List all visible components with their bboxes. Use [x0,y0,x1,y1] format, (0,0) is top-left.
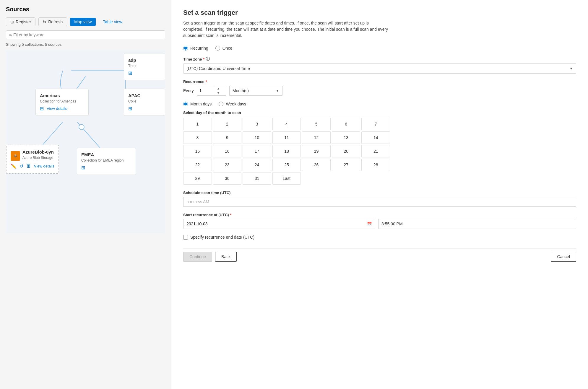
recurrence-field: Recurrence * Every 1 ▲ ▼ Day(s)Week(s)Mo… [183,79,576,96]
calendar-day-9[interactable]: 9 [213,131,242,144]
americas-title: Americas [40,93,84,98]
recurrence-every-input: 1 ▲ ▼ [197,86,226,96]
americas-grid-icon: ⊞ [40,106,44,111]
end-date-checkbox-label[interactable]: Specify recurrence end date (UTC) [183,235,576,240]
calendar-day-1[interactable]: 1 [183,118,212,130]
calendar-label: Select day of the month to scan [183,110,576,115]
calendar-grid: 1234567891011121314151617181920212223242… [183,118,390,185]
azure-title: AzureBlob-6yn [22,149,54,154]
calendar-day-24[interactable]: 24 [243,159,271,171]
calendar-day-19[interactable]: 19 [302,145,331,157]
month-days-radio[interactable] [183,102,188,106]
table-view-button[interactable]: Table view [99,18,126,26]
register-icon: ⊞ [10,19,14,24]
calendar-day-20[interactable]: 20 [332,145,360,157]
edit-icon[interactable]: ✏️ [11,163,17,169]
schedule-time-input[interactable] [183,197,576,207]
filter-icon: ⌾ [9,32,12,37]
azure-view-details[interactable]: View details [34,164,54,168]
map-view-button[interactable]: Map view [70,18,96,26]
calendar-day-2[interactable]: 2 [213,118,242,130]
week-days-option[interactable]: Week days [219,102,246,106]
calendar-day-14[interactable]: 14 [361,131,390,144]
azure-subtitle: Azure Blob Storage [22,156,54,160]
azure-blob-icon: 📦 [11,151,20,161]
card-adp: adp The r ⊞ [124,53,165,80]
calendar-day-26[interactable]: 26 [302,159,331,171]
recurrence-required: * [206,79,207,84]
week-days-label: Week days [226,102,246,106]
once-label: Once [222,46,232,51]
recurring-option[interactable]: Recurring [183,46,208,51]
calendar-day-23[interactable]: 23 [213,159,242,171]
calendar-day-11[interactable]: 11 [272,131,301,144]
calendar-day-21[interactable]: 21 [361,145,390,157]
recurrence-label: Recurrence [183,79,204,84]
calendar-day-4[interactable]: 4 [272,118,301,130]
day-type-group: Month days Week days [183,102,576,106]
end-date-label: Specify recurrence end date (UTC) [190,235,254,240]
refresh-icon: ↻ [43,19,46,24]
footer-actions: Continue Back Cancel [183,248,576,262]
week-days-radio[interactable] [219,102,223,106]
page-title: Sources [6,6,165,13]
calendar-day-15[interactable]: 15 [183,145,212,157]
cancel-button[interactable]: Cancel [551,252,576,262]
calendar-day-5[interactable]: 5 [302,118,331,130]
calendar-day-22[interactable]: 22 [183,159,212,171]
calendar-day-27[interactable]: 27 [332,159,360,171]
filter-input-wrapper: ⌾ [6,30,165,39]
calendar-day-13[interactable]: 13 [332,131,360,144]
start-time-input[interactable]: 3:55:00 PM [378,219,576,229]
calendar-day-7[interactable]: 7 [361,118,390,130]
calendar-day-25[interactable]: 25 [272,159,301,171]
register-button[interactable]: ⊞ Register [6,17,35,26]
calendar-day-8[interactable]: 8 [183,131,212,144]
calendar-day-10[interactable]: 10 [243,131,271,144]
recurring-radio[interactable] [183,46,188,51]
filter-input[interactable] [13,32,162,37]
apac-subtitle: Colle [128,99,161,103]
calendar-day-12[interactable]: 12 [302,131,331,144]
back-button[interactable]: Back [215,252,237,262]
continue-button[interactable]: Continue [183,252,212,262]
panel-description: Set a scan trigger to run the scan at sp… [183,20,390,39]
calendar-day-last[interactable]: Last [272,172,301,185]
calendar-day-17[interactable]: 17 [243,145,271,157]
calendar-day-3[interactable]: 3 [243,118,271,130]
americas-actions: ⊞ View details [40,106,84,111]
card-azure: 📦 AzureBlob-6yn Azure Blob Storage ✏️ ↺ … [6,145,59,174]
calendar-day-29[interactable]: 29 [183,172,212,185]
collapse-button[interactable]: − [79,124,85,130]
refresh-button[interactable]: ↻ Refresh [38,17,67,26]
calendar-day-28[interactable]: 28 [361,159,390,171]
spin-down-button[interactable]: ▼ [215,91,222,95]
scan-icon[interactable]: ↺ [20,163,23,169]
recurring-label: Recurring [190,46,208,51]
timezone-info-icon[interactable]: ⓘ [206,56,210,62]
right-panel: Set a scan trigger Set a scan trigger to… [171,0,588,389]
start-date-input[interactable]: 2021-10-03 [183,219,364,229]
apac-grid-icon: ⊞ [128,106,132,111]
left-panel: Sources ⊞ Register ↻ Refresh Map view Ta… [0,0,171,389]
month-days-option[interactable]: Month days [183,102,212,106]
panel-title: Set a scan trigger [183,9,576,17]
schedule-time-label: Schedule scan time (UTC) [183,191,230,195]
once-radio[interactable] [215,46,220,51]
calendar-picker-button[interactable]: 📅 [364,222,375,226]
once-option[interactable]: Once [215,46,232,51]
period-select[interactable]: Day(s)Week(s)Month(s) [230,86,282,95]
timezone-select[interactable]: (UTC) Coordinated Universal Time [183,64,576,73]
card-apac: APAC Colle ⊞ [124,89,165,116]
calendar-day-30[interactable]: 30 [213,172,242,185]
calendar-day-6[interactable]: 6 [332,118,360,130]
americas-view-details[interactable]: View details [47,106,67,111]
calendar-day-31[interactable]: 31 [243,172,271,185]
end-date-checkbox[interactable] [183,235,188,240]
spin-up-button[interactable]: ▲ [215,86,222,91]
calendar-day-18[interactable]: 18 [272,145,301,157]
calendar-day-16[interactable]: 16 [213,145,242,157]
svg-line-1 [43,122,63,145]
every-number-input[interactable]: 1 [197,86,215,95]
delete-icon[interactable]: 🗑 [26,163,31,169]
